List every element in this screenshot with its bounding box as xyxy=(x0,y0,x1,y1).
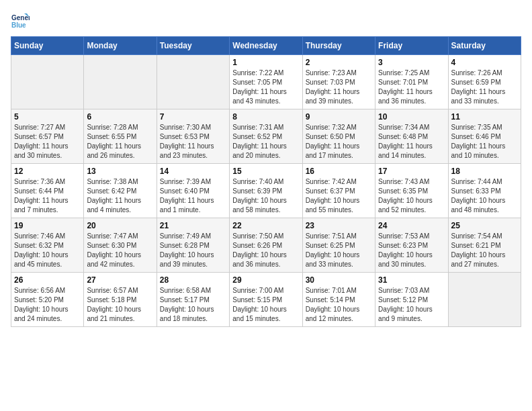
day-info: Sunset: 5:15 PM xyxy=(232,295,299,305)
day-info: Sunrise: 7:32 AM xyxy=(306,123,372,132)
day-number: 2 xyxy=(306,58,372,67)
day-number: 28 xyxy=(160,275,226,285)
day-info: Daylight: 11 hours and 1 minute. xyxy=(160,196,226,215)
day-info: Sunset: 6:28 PM xyxy=(160,241,226,250)
day-info: Sunset: 6:39 PM xyxy=(232,187,299,196)
day-info: Daylight: 10 hours and 33 minutes. xyxy=(306,250,372,269)
day-info: Sunrise: 7:49 AM xyxy=(160,232,226,241)
weekday-header: Saturday xyxy=(448,37,521,55)
day-info: Daylight: 11 hours and 33 minutes. xyxy=(451,87,518,106)
day-info: Sunrise: 6:57 AM xyxy=(87,286,153,295)
day-info: Sunrise: 7:43 AM xyxy=(378,177,445,187)
day-number: 4 xyxy=(451,58,518,67)
day-info: Daylight: 11 hours and 26 minutes. xyxy=(87,142,153,161)
day-info: Sunrise: 7:54 AM xyxy=(451,232,518,241)
day-info: Sunrise: 7:34 AM xyxy=(378,123,445,132)
day-number: 12 xyxy=(14,167,81,176)
day-info: Sunset: 6:46 PM xyxy=(451,132,518,142)
calendar-cell: 24Sunrise: 7:53 AMSunset: 6:23 PMDayligh… xyxy=(375,218,448,273)
calendar-cell: 7Sunrise: 7:30 AMSunset: 6:53 PMDaylight… xyxy=(157,109,229,164)
day-info: Sunset: 6:55 PM xyxy=(87,132,153,142)
day-info: Sunset: 6:32 PM xyxy=(14,241,81,250)
day-info: Sunset: 5:20 PM xyxy=(14,295,81,305)
weekday-header: Tuesday xyxy=(157,37,229,55)
day-info: Sunrise: 7:40 AM xyxy=(232,177,299,187)
day-info: Sunset: 6:42 PM xyxy=(87,187,153,196)
day-info: Sunrise: 7:01 AM xyxy=(306,286,372,295)
day-info: Sunrise: 7:39 AM xyxy=(160,177,226,187)
day-info: Daylight: 10 hours and 36 minutes. xyxy=(232,250,299,269)
calendar-cell: 1Sunrise: 7:22 AMSunset: 7:05 PMDaylight… xyxy=(230,55,302,109)
day-info: Daylight: 11 hours and 14 minutes. xyxy=(378,142,445,161)
calendar-cell: 2Sunrise: 7:23 AMSunset: 7:03 PMDaylight… xyxy=(302,55,375,109)
calendar-cell: 28Sunrise: 6:58 AMSunset: 5:17 PMDayligh… xyxy=(157,273,229,327)
day-number: 19 xyxy=(14,221,81,230)
day-number: 7 xyxy=(160,112,226,122)
calendar-cell xyxy=(84,55,157,109)
calendar-cell: 19Sunrise: 7:46 AMSunset: 6:32 PMDayligh… xyxy=(11,218,84,273)
calendar-cell: 22Sunrise: 7:50 AMSunset: 6:26 PMDayligh… xyxy=(230,218,302,273)
day-info: Sunset: 6:59 PM xyxy=(451,78,518,87)
day-info: Daylight: 10 hours and 21 minutes. xyxy=(87,305,153,324)
day-number: 29 xyxy=(232,275,299,285)
day-info: Sunrise: 7:50 AM xyxy=(232,232,299,241)
day-info: Daylight: 10 hours and 39 minutes. xyxy=(160,250,226,269)
calendar-cell: 25Sunrise: 7:54 AMSunset: 6:21 PMDayligh… xyxy=(448,218,521,273)
day-info: Sunrise: 7:28 AM xyxy=(87,123,153,132)
logo: General Blue xyxy=(11,11,32,30)
calendar-cell: 23Sunrise: 7:51 AMSunset: 6:25 PMDayligh… xyxy=(302,218,375,273)
calendar-cell: 3Sunrise: 7:25 AMSunset: 7:01 PMDaylight… xyxy=(375,55,448,109)
day-info: Daylight: 10 hours and 18 minutes. xyxy=(160,305,226,324)
calendar-cell: 13Sunrise: 7:38 AMSunset: 6:42 PMDayligh… xyxy=(84,164,157,218)
day-info: Sunset: 5:14 PM xyxy=(306,295,372,305)
weekday-header: Thursday xyxy=(302,37,375,55)
weekday-header-row: SundayMondayTuesdayWednesdayThursdayFrid… xyxy=(11,37,521,55)
calendar-cell: 30Sunrise: 7:01 AMSunset: 5:14 PMDayligh… xyxy=(302,273,375,327)
day-info: Sunrise: 7:25 AM xyxy=(378,68,445,78)
logo-icon: General Blue xyxy=(11,11,30,30)
day-info: Sunrise: 7:00 AM xyxy=(232,286,299,295)
calendar-cell: 14Sunrise: 7:39 AMSunset: 6:40 PMDayligh… xyxy=(157,164,229,218)
day-info: Daylight: 11 hours and 10 minutes. xyxy=(451,142,518,161)
day-info: Daylight: 10 hours and 12 minutes. xyxy=(306,305,372,324)
weekday-header: Sunday xyxy=(11,37,84,55)
calendar-cell: 20Sunrise: 7:47 AMSunset: 6:30 PMDayligh… xyxy=(84,218,157,273)
day-number: 14 xyxy=(160,167,226,176)
day-number: 8 xyxy=(232,112,299,122)
day-info: Sunrise: 7:46 AM xyxy=(14,232,81,241)
day-info: Daylight: 10 hours and 24 minutes. xyxy=(14,305,81,324)
day-info: Sunset: 7:03 PM xyxy=(306,78,372,87)
calendar-week: 12Sunrise: 7:36 AMSunset: 6:44 PMDayligh… xyxy=(11,164,521,218)
day-info: Sunset: 6:53 PM xyxy=(160,132,226,142)
calendar-cell xyxy=(11,55,84,109)
day-number: 31 xyxy=(378,275,445,285)
day-info: Sunrise: 7:44 AM xyxy=(451,177,518,187)
day-number: 26 xyxy=(14,275,81,285)
day-info: Daylight: 10 hours and 52 minutes. xyxy=(378,196,445,215)
day-info: Sunset: 6:40 PM xyxy=(160,187,226,196)
svg-text:Blue: Blue xyxy=(11,21,26,29)
calendar-cell: 12Sunrise: 7:36 AMSunset: 6:44 PMDayligh… xyxy=(11,164,84,218)
calendar-cell: 18Sunrise: 7:44 AMSunset: 6:33 PMDayligh… xyxy=(448,164,521,218)
day-info: Sunrise: 7:22 AM xyxy=(232,68,299,78)
day-number: 18 xyxy=(451,167,518,176)
day-info: Daylight: 11 hours and 39 minutes. xyxy=(306,87,372,106)
day-info: Sunrise: 7:53 AM xyxy=(378,232,445,241)
calendar-cell: 21Sunrise: 7:49 AMSunset: 6:28 PMDayligh… xyxy=(157,218,229,273)
calendar-week: 1Sunrise: 7:22 AMSunset: 7:05 PMDaylight… xyxy=(11,55,521,109)
weekday-header: Monday xyxy=(84,37,157,55)
day-number: 5 xyxy=(14,112,81,122)
calendar-week: 26Sunrise: 6:56 AMSunset: 5:20 PMDayligh… xyxy=(11,273,521,327)
day-info: Sunrise: 7:23 AM xyxy=(306,68,372,78)
calendar-cell: 26Sunrise: 6:56 AMSunset: 5:20 PMDayligh… xyxy=(11,273,84,327)
day-info: Daylight: 10 hours and 15 minutes. xyxy=(232,305,299,324)
day-info: Daylight: 11 hours and 7 minutes. xyxy=(14,196,81,215)
day-info: Daylight: 11 hours and 43 minutes. xyxy=(232,87,299,106)
day-number: 15 xyxy=(232,167,299,176)
day-info: Sunrise: 7:36 AM xyxy=(14,177,81,187)
calendar-cell: 17Sunrise: 7:43 AMSunset: 6:35 PMDayligh… xyxy=(375,164,448,218)
calendar-cell: 10Sunrise: 7:34 AMSunset: 6:48 PMDayligh… xyxy=(375,109,448,164)
day-number: 9 xyxy=(306,112,372,122)
day-number: 25 xyxy=(451,221,518,230)
day-info: Sunset: 6:35 PM xyxy=(378,187,445,196)
